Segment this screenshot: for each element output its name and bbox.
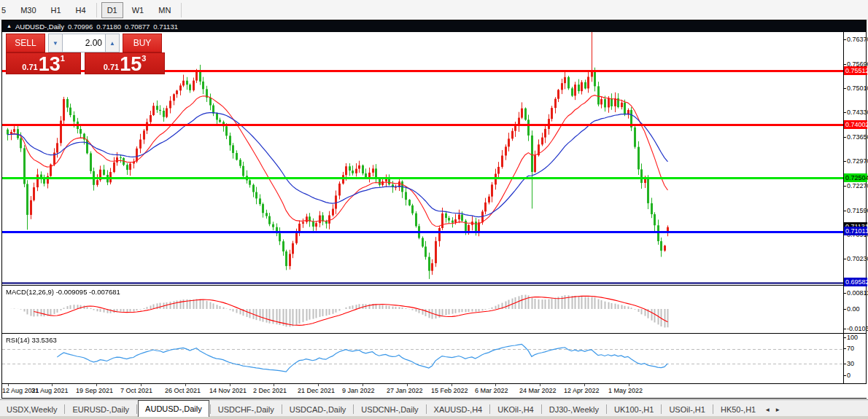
price-tick-mark <box>844 259 846 259</box>
tab-separator <box>136 404 137 414</box>
tab-ukoil-h4[interactable]: UKOil-,H4 <box>491 402 540 417</box>
tab-usdcad-daily[interactable]: USDCAD-,Daily <box>283 402 353 417</box>
price-tick-label: 0.71590 <box>847 207 868 214</box>
timeframe-button-h4[interactable]: H4 <box>70 2 92 18</box>
tab-separator <box>64 404 65 414</box>
sell-price-pip: 1 <box>61 54 65 63</box>
price-level-badge: 0.71013 <box>844 227 867 235</box>
volume-increase-button[interactable]: ▲ <box>105 34 120 52</box>
tab-separator <box>713 404 713 414</box>
sell-quote[interactable]: 0.71 13 1 <box>6 52 81 74</box>
price-tick-label: 0.75010 <box>847 85 868 92</box>
macd-tick-mark <box>844 309 846 310</box>
volume-input[interactable]: 2.00 <box>63 34 105 52</box>
trade-controls-row: SELL ▼ 2.00 ▲ BUY <box>6 34 165 52</box>
date-tick-label: 9 Jan 2022 <box>342 387 375 394</box>
date-tick-label: 15 Feb 2022 <box>431 387 468 394</box>
buy-quote[interactable]: 0.71 15 3 <box>85 52 165 74</box>
timeframe-button-w1[interactable]: W1 <box>126 2 150 18</box>
one-click-trade-panel: SELL ▼ 2.00 ▲ BUY 0.71 13 1 0.71 15 3 <box>6 34 165 74</box>
buy-button[interactable]: BUY <box>123 34 162 52</box>
price-tick-mark <box>844 39 846 40</box>
timeframe-button-d1[interactable]: D1 <box>101 2 123 18</box>
ohlc-open: 0.70996 <box>68 23 93 31</box>
timeframe-button-5[interactable]: 5 <box>0 2 12 18</box>
tab-uk100-h1[interactable]: UK100-,H1 <box>608 402 660 417</box>
date-axis: 12 Aug 202131 Aug 202119 Sep 20217 Oct 2… <box>2 384 867 398</box>
date-tick-label: 27 Jan 2022 <box>387 387 423 394</box>
price-tick-label: 0.70230 <box>847 255 868 262</box>
date-tick-mark <box>452 384 452 386</box>
tab-separator <box>489 404 490 414</box>
date-tick-mark <box>96 384 97 386</box>
price-level-badge: 0.72504 <box>844 173 867 182</box>
timeframe-button-h1[interactable]: H1 <box>45 2 67 18</box>
date-tick-mark <box>52 384 53 386</box>
volume-decrease-button[interactable]: ▼ <box>48 34 63 52</box>
rsi-tick-label: 100 <box>847 334 858 341</box>
macd-name: MACD(12,26,9) <box>6 288 54 296</box>
price-tick-mark <box>844 112 846 113</box>
chart-symbol-title: AUDUSD-,Daily <box>15 23 64 31</box>
tab-separator <box>541 404 542 414</box>
date-tick-mark <box>230 384 230 386</box>
price-level-badge: 0.75512 <box>844 66 867 75</box>
tab-usdcnh-daily[interactable]: USDCNH-,Daily <box>354 402 425 417</box>
tab-separator <box>353 404 354 414</box>
date-tick-mark <box>584 384 585 386</box>
timeframe-button-m30[interactable]: M30 <box>15 2 42 18</box>
tab-separator <box>426 404 427 414</box>
date-tick-label: 19 Sep 2021 <box>76 387 113 394</box>
price-tick-mark <box>844 137 846 138</box>
ohlc-high: 0.71180 <box>96 23 121 31</box>
rsi-tick-mark <box>844 375 846 376</box>
window-marker-icon: ▲ <box>7 23 12 28</box>
tab-usoil-h1[interactable]: USOil-,H1 <box>662 402 712 417</box>
date-tick-mark <box>407 384 408 386</box>
rsi-tick-mark <box>844 337 846 338</box>
sell-price-big: 13 <box>39 55 61 74</box>
sell-button[interactable]: SELL <box>6 34 45 52</box>
rsi-tick-label: 30 <box>847 360 854 367</box>
date-tick-label: 6 Mar 2022 <box>475 387 508 394</box>
date-tick-label: 14 Nov 2021 <box>209 387 247 394</box>
price-tick-label: 0.76370 <box>847 36 868 43</box>
macd-tick-label: -0.01031 <box>847 325 868 332</box>
toolbar-separator <box>96 3 97 17</box>
date-tick-label: 2 Dec 2021 <box>253 387 287 394</box>
sell-price-prefix: 0.71 <box>22 63 37 71</box>
price-tick-mark <box>844 88 846 89</box>
tab-scroll-left-icon[interactable]: ◄ <box>762 404 772 415</box>
price-tick-label: 0.72970 <box>847 157 868 165</box>
tab-dj30-weekly[interactable]: DJ30-,Weekly <box>543 402 605 417</box>
tab-separator <box>282 404 282 414</box>
tab-usdx-weekly[interactable]: USDX,Weekly <box>0 402 63 417</box>
rsi-tick-label: 70 <box>847 345 854 352</box>
rsi-canvas <box>2 334 843 383</box>
date-tick-mark <box>8 384 9 386</box>
tab-scroll-right-icon[interactable]: ► <box>772 404 783 415</box>
date-tick-label: 1 May 2022 <box>608 387 643 394</box>
date-tick-mark <box>141 384 142 386</box>
tab-separator <box>210 404 211 414</box>
buy-price-prefix: 0.71 <box>104 63 119 71</box>
rsi-value: 33.5363 <box>31 336 56 344</box>
tab-audusd-daily[interactable]: AUDUSD-,Daily <box>138 400 209 417</box>
tab-eurusd-daily[interactable]: EURUSD-,Daily <box>66 402 136 417</box>
macd-label: MACD(12,26,9) -0.009095 -0.007681 <box>6 288 120 296</box>
timeframe-button-mn[interactable]: MN <box>152 2 177 18</box>
price-tick-mark <box>844 211 846 211</box>
chart-titlebar: ▲ AUDUSD-,Daily 0.70996 0.71180 0.70877 … <box>2 20 866 32</box>
price-level-badge: 0.69582 <box>844 278 867 286</box>
tab-usdchf-daily[interactable]: USDCHF-,Daily <box>212 402 281 417</box>
spinner-down-icon: ▼ <box>53 40 58 47</box>
price-tick-mark <box>844 186 846 187</box>
buy-price-big: 15 <box>120 55 142 74</box>
rsi-tick-mark <box>844 348 846 349</box>
spinner-up-icon: ▲ <box>109 40 115 47</box>
tab-xauusd-h4[interactable]: XAUUSD-,H4 <box>427 402 489 417</box>
tab-hk50-h1[interactable]: HK50-,H1 <box>714 402 762 417</box>
price-tick-label: 0.73650 <box>847 133 868 141</box>
date-tick-mark <box>274 384 274 386</box>
rsi-label: RSI(14) 33.5363 <box>6 336 57 344</box>
